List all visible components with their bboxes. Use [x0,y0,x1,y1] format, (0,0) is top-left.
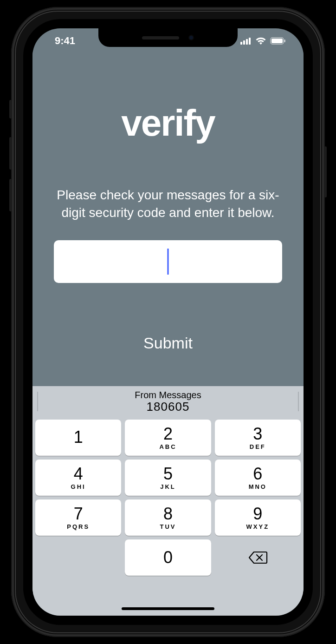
keypad-digit: 7 [74,506,83,522]
home-indicator[interactable] [122,607,214,610]
svg-rect-2 [246,39,248,45]
cellular-signal-icon [240,37,252,45]
page-title: verify [121,102,214,145]
speaker-grille [142,36,179,39]
keypad-key-9[interactable]: 9 WXYZ [215,499,301,536]
keypad-digit: 5 [163,466,173,482]
keypad-key-8[interactable]: 8 TUV [125,499,211,536]
numeric-keyboard: From Messages 180605 1 2 ABC [32,386,304,616]
security-code-input[interactable] [54,240,282,283]
keypad-key-5[interactable]: 5 JKL [125,460,211,496]
status-time: 9:41 [55,35,75,47]
svg-rect-3 [249,38,251,45]
svg-rect-1 [243,40,245,45]
keypad-letters: GHI [71,483,86,490]
keypad-digit: 9 [253,506,262,522]
keypad-digit: 8 [163,506,173,522]
keypad-letters: TUV [160,523,176,530]
keypad-key-3[interactable]: 3 DEF [215,420,301,456]
phone-frame: 9:41 [11,7,325,637]
keypad-letters: ABC [159,443,176,450]
submit-button[interactable]: Submit [143,334,193,352]
keypad-key-6[interactable]: 6 MNO [215,460,301,496]
volume-down-button [9,179,12,211]
svg-rect-0 [240,42,242,45]
autofill-code-value: 180605 [135,400,201,414]
front-camera [188,35,194,40]
svg-rect-6 [284,39,285,42]
keypad-key-1[interactable]: 1 [35,420,121,456]
keypad-digit: 6 [253,466,262,482]
keypad-letters: WXYZ [246,523,270,530]
svg-rect-5 [271,39,283,43]
power-button [324,146,327,197]
text-caret [168,249,169,275]
keypad-digit: 2 [163,426,173,442]
keypad-letters: JKL [160,483,176,490]
keypad-digit: 0 [163,549,173,566]
backspace-icon [247,550,268,565]
keypad-key-7[interactable]: 7 PQRS [35,499,121,536]
keypad-digit: 1 [74,429,83,446]
keypad-letters: PQRS [67,523,90,530]
verify-screen: verify Please check your messages for a … [32,51,304,386]
wifi-icon [255,37,266,45]
screen: 9:41 [32,28,304,616]
keypad-backspace[interactable] [215,539,301,576]
notch [98,28,238,47]
keypad-letters: MNO [249,483,267,490]
volume-up-button [9,137,12,170]
keypad-digit: 3 [253,426,262,442]
keypad-key-2[interactable]: 2 ABC [125,420,211,456]
keypad-digit: 4 [74,466,83,482]
keypad-key-4[interactable]: 4 GHI [35,460,121,496]
autofill-source-label: From Messages [135,390,201,400]
instructions-text: Please check your messages for a six-dig… [46,186,290,222]
keypad-key-0[interactable]: 0 [125,539,211,576]
battery-icon [270,37,286,45]
autofill-suggestion[interactable]: From Messages 180605 [32,386,304,417]
keypad-blank [35,539,121,576]
mute-switch [9,100,12,118]
keypad-letters: DEF [250,443,266,450]
